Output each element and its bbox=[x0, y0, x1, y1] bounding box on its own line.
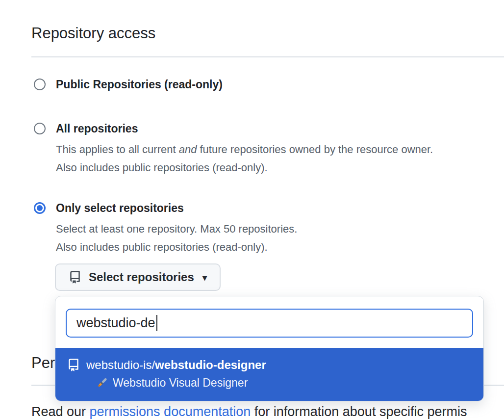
select-repositories-button-label: Select repositories bbox=[89, 270, 194, 284]
description-line-1: Select at least one repository. Max 50 r… bbox=[56, 220, 297, 238]
select-repositories-button[interactable]: Select repositories ▾ bbox=[55, 263, 221, 291]
text-cursor bbox=[156, 315, 157, 331]
repo-icon bbox=[67, 359, 80, 371]
only-select-repositories-description: Select at least one repository. Max 50 r… bbox=[56, 220, 297, 256]
repository-description: Webstudio Visual Designer bbox=[113, 376, 248, 390]
repository-select-dropdown: webstudio-de webstudio-is/webstudio-desi… bbox=[55, 296, 484, 401]
radio-option-public-repositories: Public Repositories (read-only) bbox=[34, 78, 223, 91]
all-repositories-description: This applies to all current and future r… bbox=[56, 140, 433, 177]
description-line-2: Also includes public repositories (read-… bbox=[56, 238, 297, 256]
radio-option-only-select-repositories: Only select repositories Select at least… bbox=[34, 201, 297, 256]
repo-icon bbox=[69, 271, 81, 284]
radio-button-public-repositories[interactable] bbox=[34, 79, 46, 90]
paintbrush-icon bbox=[95, 376, 108, 390]
repository-search-input[interactable]: webstudio-de bbox=[66, 309, 473, 338]
caret-down-icon: ▾ bbox=[202, 272, 207, 283]
permissions-help-text: Read our permissions documentation for i… bbox=[31, 404, 467, 420]
search-input-value: webstudio-de bbox=[76, 315, 155, 331]
radio-label-only-select-repositories[interactable]: Only select repositories bbox=[56, 201, 184, 215]
radio-button-all-repositories[interactable] bbox=[34, 123, 46, 134]
radio-option-all-repositories: All repositories This applies to all cur… bbox=[34, 122, 433, 177]
page-title: Repository access bbox=[31, 25, 155, 42]
radio-label-all-repositories[interactable]: All repositories bbox=[56, 122, 138, 135]
permissions-documentation-link[interactable]: permissions documentation bbox=[90, 404, 251, 419]
description-line-1: This applies to all current and future r… bbox=[56, 140, 433, 158]
repository-result-item[interactable]: webstudio-is/webstudio-designer Webstudi… bbox=[55, 348, 483, 401]
section-divider bbox=[31, 56, 504, 57]
radio-button-only-select-repositories[interactable] bbox=[34, 202, 46, 214]
radio-label-public-repositories[interactable]: Public Repositories (read-only) bbox=[56, 78, 223, 91]
repository-full-name: webstudio-is/webstudio-designer bbox=[86, 358, 266, 372]
description-line-2: Also includes public repositories (read-… bbox=[56, 158, 433, 177]
